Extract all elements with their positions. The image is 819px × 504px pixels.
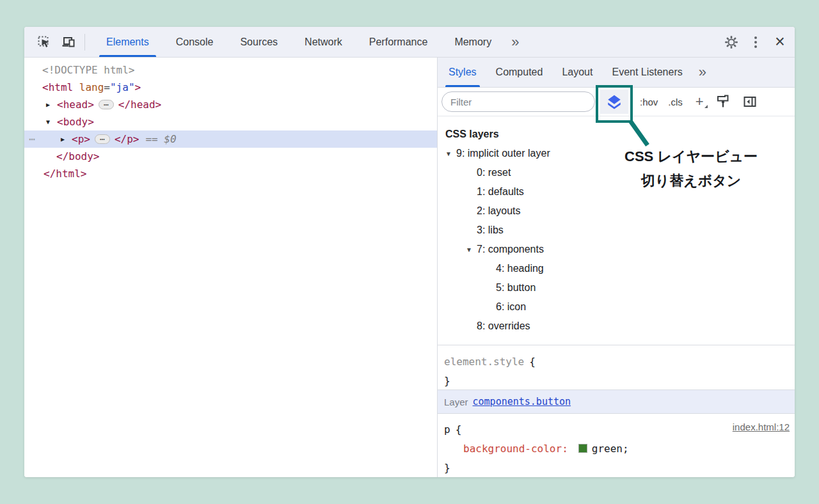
tab-label: Styles	[449, 67, 477, 78]
layer-row-overrides[interactable]: 8: overrides	[438, 317, 795, 336]
tab-styles[interactable]: Styles	[439, 58, 486, 87]
attr-value: "ja"	[110, 81, 135, 93]
rendering-emulation-button[interactable]	[715, 94, 731, 109]
dom-node-html-open[interactable]: <html lang="ja">	[24, 79, 437, 96]
close-icon: ×	[775, 33, 785, 51]
layer-label: 5: button	[496, 282, 536, 294]
dom-node-body-open[interactable]: ▼ <body>	[24, 113, 437, 130]
collapse-caret-icon[interactable]: ▼	[445, 150, 456, 157]
device-toolbar-icon	[61, 35, 76, 50]
device-toolbar-button[interactable]	[56, 30, 81, 54]
open-brace: {	[529, 356, 536, 368]
layer-label: 9: implicit outer layer	[456, 148, 550, 159]
tab-performance[interactable]: Performance	[356, 27, 441, 57]
tag-text: </head>	[118, 98, 161, 111]
new-style-rule-button[interactable]: +	[696, 95, 704, 109]
layer-label: 3: libs	[477, 224, 504, 236]
layer-prefix-label: Layer	[444, 397, 468, 407]
main-toolbar: Elements Console Sources Network Perform…	[24, 27, 795, 58]
tab-label: Computed	[496, 67, 543, 78]
element-style-section[interactable]: element.style { }	[438, 345, 795, 390]
css-colon: :	[562, 443, 568, 455]
expand-caret-icon[interactable]: ▶	[46, 101, 57, 108]
close-devtools-button[interactable]: ×	[768, 30, 792, 54]
sidebar-toggle-button[interactable]	[742, 94, 758, 109]
rule-selector[interactable]: p	[444, 423, 450, 436]
tab-label: Memory	[454, 36, 491, 48]
close-brace: }	[444, 375, 450, 387]
toggle-hover-state-button[interactable]: :hov	[640, 97, 658, 107]
tag-text: </p>	[115, 133, 139, 145]
tag-text: >	[135, 81, 141, 93]
paint-brush-icon	[715, 94, 731, 109]
css-rule-section: index.html:12 p { background-color: gree…	[438, 414, 795, 477]
layer-row-button[interactable]: 5: button	[438, 278, 795, 297]
layer-row-layouts[interactable]: 2: layouts	[438, 201, 795, 221]
styles-toolbar: :hov .cls +	[438, 88, 795, 116]
console-reference-marker: == $0	[145, 133, 176, 145]
more-tabs-icon[interactable]: »	[505, 27, 525, 57]
css-layers-toggle-button[interactable]	[600, 90, 628, 114]
layer-row-components[interactable]: ▼ 7: components	[438, 240, 795, 259]
tab-network[interactable]: Network	[291, 27, 356, 57]
tag-text: <p>	[72, 133, 90, 145]
more-tabs-icon[interactable]: »	[692, 58, 713, 87]
collapse-caret-icon[interactable]: ▼	[46, 118, 57, 125]
layers-icon	[606, 93, 623, 110]
tab-label: Layout	[562, 67, 592, 78]
tab-memory[interactable]: Memory	[441, 27, 505, 57]
tab-sources[interactable]: Sources	[227, 27, 291, 57]
tab-elements[interactable]: Elements	[93, 27, 163, 57]
tab-event-listeners[interactable]: Event Listeners	[602, 58, 692, 87]
three-dot-menu-icon	[754, 36, 757, 48]
layer-row-libs[interactable]: 3: libs	[438, 221, 795, 240]
tag-text: <head>	[57, 98, 94, 111]
element-style-selector: element.style	[444, 356, 524, 368]
inspect-element-button[interactable]	[32, 30, 56, 54]
tab-console[interactable]: Console	[163, 27, 227, 57]
tab-label: Sources	[240, 36, 278, 48]
gear-icon	[724, 35, 739, 50]
layer-link[interactable]: components.button	[473, 396, 571, 407]
dom-node-head[interactable]: ▶ <head> ⋯ </head>	[24, 96, 437, 113]
settings-button[interactable]	[719, 30, 743, 54]
dom-node-p-selected[interactable]: ⋯ ▶ <p> ⋯ </p> == $0	[24, 130, 437, 148]
inspect-element-icon	[36, 35, 52, 50]
collapse-caret-icon[interactable]: ▼	[466, 246, 477, 253]
collapsed-content-icon[interactable]: ⋯	[95, 134, 110, 144]
dom-node-body-close[interactable]: </body>	[24, 148, 437, 165]
dom-tree-panel: <!DOCTYPE html> <html lang="ja"> ▶ <head…	[24, 58, 438, 477]
color-swatch[interactable]	[578, 444, 587, 453]
layer-label: 4: heading	[496, 263, 544, 274]
styles-panel: Styles Computed Layout Event Listeners »	[438, 58, 795, 477]
tab-computed[interactable]: Computed	[486, 58, 553, 87]
filter-input[interactable]	[441, 91, 595, 112]
attr-name: lang	[73, 81, 104, 93]
dom-node-html-close[interactable]: </html>	[24, 165, 437, 182]
more-options-button[interactable]	[743, 30, 768, 54]
expand-caret-icon[interactable]: ▶	[61, 136, 72, 143]
layer-row-icon[interactable]: 6: icon	[438, 297, 795, 317]
css-semicolon: ;	[623, 443, 629, 455]
plus-icon: +	[696, 93, 704, 109]
layer-row-heading[interactable]: 4: heading	[438, 259, 795, 278]
dom-node-doctype[interactable]: <!DOCTYPE html>	[24, 61, 437, 79]
layer-section-header: Layer components.button	[438, 390, 795, 414]
node-menu-icon[interactable]: ⋯	[29, 133, 42, 145]
layer-label: 2: layouts	[477, 205, 520, 217]
toggle-class-button[interactable]: .cls	[668, 97, 683, 107]
collapsed-content-icon[interactable]: ⋯	[99, 100, 114, 109]
source-location-link[interactable]: index.html:12	[733, 421, 790, 432]
sidebar-toggle-icon	[742, 94, 758, 109]
tab-label: Network	[305, 36, 342, 48]
tab-label: Elements	[106, 36, 149, 48]
tag-text: </body>	[56, 150, 99, 162]
tag-text: <html	[42, 81, 73, 93]
devtools-window: Elements Console Sources Network Perform…	[24, 27, 795, 477]
tab-layout[interactable]: Layout	[552, 58, 602, 87]
layer-label: 1: defaults	[477, 186, 524, 198]
layer-label: 8: overrides	[477, 320, 530, 332]
css-property-value[interactable]: green	[592, 443, 623, 455]
styles-tabbar: Styles Computed Layout Event Listeners »	[438, 58, 795, 88]
css-property-name[interactable]: background-color	[463, 443, 562, 455]
